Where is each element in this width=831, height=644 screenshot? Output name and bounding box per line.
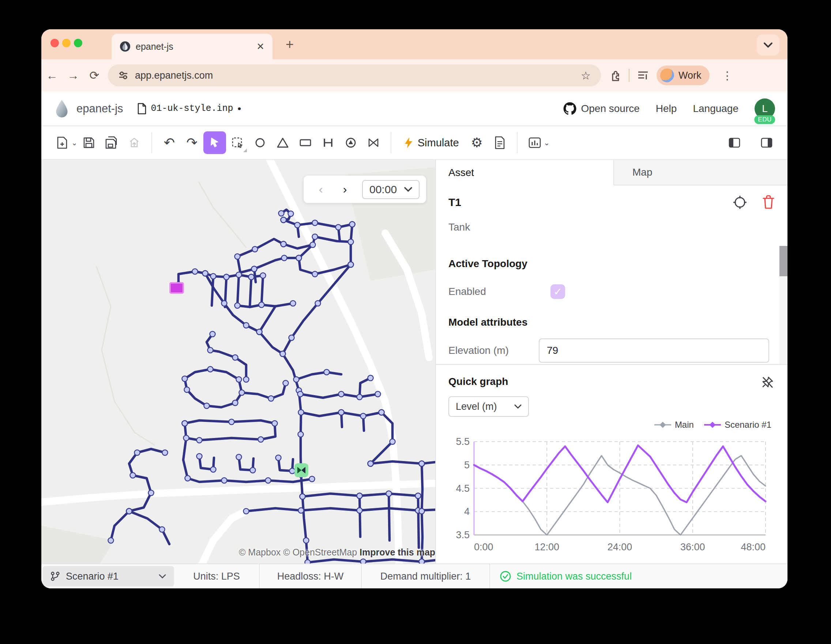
delete-asset-icon[interactable] <box>762 195 775 210</box>
junction-tool-button[interactable] <box>249 131 271 154</box>
svg-text:5.5: 5.5 <box>456 436 470 447</box>
elevation-input[interactable] <box>539 338 769 363</box>
chevron-down-icon <box>514 404 522 409</box>
undo-button[interactable]: ↶ <box>158 131 181 154</box>
window-zoom-button[interactable] <box>74 39 82 47</box>
share-button[interactable] <box>123 131 146 154</box>
app-brand: epanet-js <box>54 99 123 118</box>
map-attribution: © Mapbox © OpenStreetMap Improve this ma… <box>239 547 435 558</box>
pin-slash-icon <box>760 375 775 390</box>
divider <box>151 132 152 153</box>
map-style-button[interactable] <box>524 131 546 154</box>
enabled-checkbox[interactable]: ✓ <box>551 284 565 299</box>
bookmark-star-icon[interactable]: ☆ <box>581 69 591 82</box>
save-button[interactable] <box>78 131 100 154</box>
asset-id: T1 <box>449 196 461 209</box>
user-avatar[interactable]: L EDU <box>755 99 775 119</box>
address-bar[interactable]: app.epanetjs.com ☆ <box>108 64 601 86</box>
simulate-label: Simulate <box>418 137 459 149</box>
locate-asset-icon[interactable] <box>732 195 747 210</box>
redo-button[interactable]: ↷ <box>181 131 203 154</box>
file-chip[interactable]: 01-uk-style.inp • <box>137 103 241 115</box>
panel-toggles <box>723 131 778 154</box>
help-link[interactable]: Help <box>656 103 677 115</box>
extensions-icon[interactable] <box>610 70 621 81</box>
scrollbar-thumb[interactable] <box>779 246 788 276</box>
selected-tank-marker <box>170 283 183 293</box>
reload-button[interactable]: ⟳ <box>84 69 105 82</box>
scrollbar-track <box>779 276 788 364</box>
select-tool-button[interactable] <box>203 131 226 154</box>
chevron-down-icon <box>159 574 166 579</box>
valve-tool-button[interactable] <box>362 131 385 154</box>
demand-multiplier-status: Demand multiplier: 1 <box>361 564 489 588</box>
tab-search-button[interactable] <box>757 34 779 56</box>
simulation-status: Simulation was successful <box>489 564 788 588</box>
svg-text:5: 5 <box>464 459 470 470</box>
language-link[interactable]: Language <box>693 103 739 115</box>
new-file-button[interactable] <box>51 131 73 154</box>
tab-asset[interactable]: Asset <box>436 160 614 185</box>
forward-button[interactable]: → <box>62 69 84 82</box>
toggle-left-panel-button[interactable] <box>723 131 746 154</box>
app-name: epanet-js <box>76 102 123 115</box>
reading-list-icon[interactable] <box>637 70 649 81</box>
simulation-report-button[interactable] <box>488 131 511 154</box>
file-name: 01-uk-style.inp <box>151 103 233 114</box>
divider <box>629 69 629 82</box>
browser-tab[interactable]: epanet-js ✕ <box>111 33 272 59</box>
branch-icon <box>51 571 60 582</box>
tab-title: epanet-js <box>136 41 251 52</box>
chevron-down-icon <box>404 187 412 192</box>
side-panel: Asset Map T1 Tan <box>435 160 788 563</box>
pump-tool-button[interactable] <box>339 131 362 154</box>
divider <box>391 132 392 153</box>
tank-tool-button[interactable] <box>271 131 294 154</box>
tab-map[interactable]: Map <box>614 160 788 185</box>
quick-graph-chart: 3.544.555.50:0012:0024:0036:0048:00 <box>443 429 780 555</box>
unpin-graph-button[interactable] <box>760 375 775 391</box>
open-source-label: Open source <box>581 103 640 115</box>
time-select[interactable]: 00:00 <box>362 180 420 199</box>
back-button[interactable]: ← <box>41 69 62 82</box>
tab-close-icon[interactable]: ✕ <box>256 41 264 52</box>
profile-chip[interactable]: Work <box>656 65 710 85</box>
toggle-right-panel-button[interactable] <box>755 131 778 154</box>
reservoir-tool-button[interactable] <box>294 131 317 154</box>
window-minimize-button[interactable] <box>62 39 71 47</box>
osm-attribution-link[interactable]: © OpenStreetMap <box>283 547 357 557</box>
main-content: ‹ › 00:00 + − © <box>41 160 788 563</box>
time-prev-button[interactable]: ‹ <box>310 183 331 196</box>
file-icon <box>137 103 146 115</box>
pipe-tool-button[interactable] <box>317 131 339 154</box>
graph-parameter-select[interactable]: Level (m) <box>449 396 529 417</box>
svg-text:3.5: 3.5 <box>456 529 470 540</box>
window-close-button[interactable] <box>51 39 59 47</box>
favicon-droplet-icon <box>119 41 131 52</box>
mapbox-attribution-link[interactable]: © Mapbox <box>239 547 280 557</box>
scenario-switcher[interactable]: Scenario #1 <box>43 566 174 587</box>
improve-map-link[interactable]: Improve this map <box>360 547 435 557</box>
lasso-select-tool-button[interactable] <box>226 131 249 154</box>
open-source-link[interactable]: Open source <box>563 102 640 116</box>
app-header: epanet-js 01-uk-style.inp • Open source … <box>41 91 788 126</box>
browser-menu-icon[interactable]: ⋮ <box>717 69 738 82</box>
save-as-button[interactable] <box>100 131 123 154</box>
panel-tabs: Asset Map <box>436 160 788 185</box>
map-canvas[interactable]: ‹ › 00:00 + − © <box>41 160 435 563</box>
simulate-button[interactable]: Simulate <box>397 131 466 154</box>
svg-text:24:00: 24:00 <box>608 542 632 553</box>
divider <box>517 132 517 153</box>
panel-scrollbar[interactable] <box>779 246 788 364</box>
site-settings-icon[interactable] <box>118 70 128 81</box>
simulation-status-text: Simulation was successful <box>516 571 632 582</box>
enabled-label: Enabled <box>449 286 486 298</box>
legend-marker-main <box>654 421 671 428</box>
new-tab-button[interactable]: + <box>286 37 294 51</box>
svg-text:36:00: 36:00 <box>680 542 705 553</box>
simulation-settings-button[interactable]: ⚙ <box>466 131 488 154</box>
svg-text:48:00: 48:00 <box>741 542 766 553</box>
time-value: 00:00 <box>369 183 397 196</box>
model-attributes-heading: Model attributes <box>449 317 527 328</box>
time-next-button[interactable]: › <box>334 183 355 196</box>
